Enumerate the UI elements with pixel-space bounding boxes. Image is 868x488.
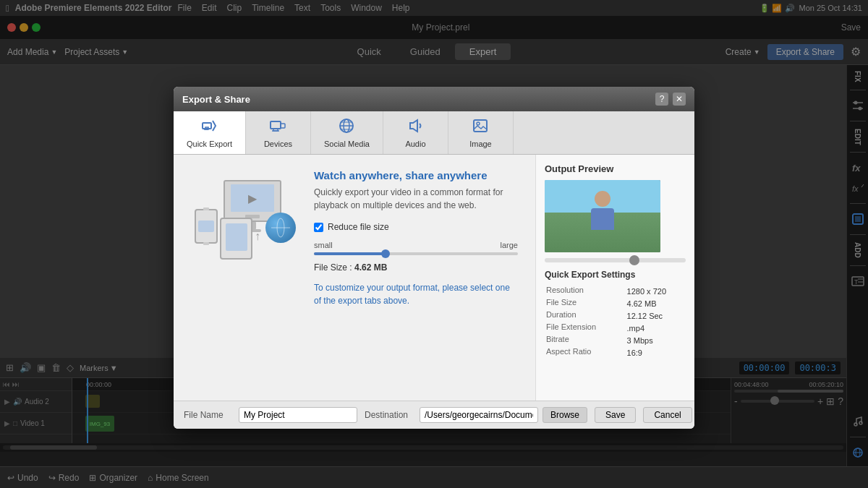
quick-export-tab-icon xyxy=(200,117,218,138)
quick-export-settings-title: Quick Export Settings xyxy=(545,270,686,280)
modal-overlay: Export & Share ? ✕ Quick Export Devices xyxy=(0,0,868,488)
svg-marker-30 xyxy=(410,120,417,132)
modal-title: Export & Share xyxy=(182,94,250,105)
modal-body: ▶ xyxy=(174,155,694,401)
table-row: Resolution 1280 x 720 xyxy=(546,286,684,296)
tab-devices[interactable]: Devices xyxy=(246,111,311,154)
filename-input[interactable] xyxy=(239,407,357,423)
social-media-tab-label: Social Media xyxy=(324,140,370,148)
image-tab-label: Image xyxy=(469,140,492,148)
svg-rect-31 xyxy=(474,120,487,132)
bitrate-key: Bitrate xyxy=(546,335,626,346)
watch-shape xyxy=(195,209,218,244)
file-ext-value: .mp4 xyxy=(627,322,684,333)
resolution-value: 1280 x 720 xyxy=(627,286,684,296)
cancel-button[interactable]: Cancel xyxy=(643,407,692,423)
tab-social-media[interactable]: Social Media xyxy=(311,111,383,154)
quick-export-illustration: ▶ xyxy=(191,169,299,263)
tab-audio[interactable]: Audio xyxy=(383,111,448,154)
table-row: Aspect Ratio 16:9 xyxy=(546,347,684,358)
modal-main-content: ▶ xyxy=(174,155,535,401)
filesize-value: 4.62 MB xyxy=(627,298,684,309)
tab-quick-export[interactable]: Quick Export xyxy=(174,111,246,154)
upload-arrow: ↑ xyxy=(255,230,260,243)
preview-slider-handle[interactable] xyxy=(629,255,639,265)
svg-rect-21 xyxy=(271,121,281,129)
bitrate-value: 3 Mbps xyxy=(627,335,684,346)
modal-close-button[interactable]: ✕ xyxy=(673,93,686,106)
reduce-filesize-row[interactable]: Reduce file size xyxy=(314,222,518,232)
browse-button[interactable]: Browse xyxy=(542,407,587,423)
modal-header: Export & Share ? ✕ xyxy=(174,87,694,111)
quick-export-tab-label: Quick Export xyxy=(187,140,232,148)
export-share-modal: Export & Share ? ✕ Quick Export Devices xyxy=(174,87,694,429)
slider-thumb[interactable] xyxy=(381,249,390,258)
reduce-filesize-checkbox[interactable] xyxy=(314,223,323,232)
quality-slider-track[interactable] xyxy=(314,252,518,255)
tablet-shape xyxy=(220,218,252,260)
reduce-filesize-label[interactable]: Reduce file size xyxy=(328,222,389,232)
duration-value: 12.12 Sec xyxy=(627,310,684,321)
modal-controls[interactable]: ? ✕ xyxy=(655,93,686,106)
customize-text: To customize your output format, please … xyxy=(314,281,518,307)
aspect-key: Aspect Ratio xyxy=(546,347,626,358)
aspect-value: 16:9 xyxy=(627,347,684,358)
globe-shape xyxy=(265,213,296,243)
table-row: File Size 4.62 MB xyxy=(546,298,684,309)
destination-label: Destination xyxy=(365,410,415,420)
slider-large-label: large xyxy=(501,241,518,249)
svg-point-32 xyxy=(477,122,480,125)
filename-group: File Name xyxy=(184,407,357,423)
svg-rect-18 xyxy=(203,123,211,129)
tab-image[interactable]: Image xyxy=(448,111,514,154)
modal-tabs: Quick Export Devices Social Media Audio xyxy=(174,111,694,155)
devices-tab-icon xyxy=(269,117,286,138)
social-media-tab-icon xyxy=(338,117,355,138)
modal-footer: File Name Destination Browse Save Cancel xyxy=(174,401,694,429)
table-row: File Extension .mp4 xyxy=(546,322,684,333)
audio-tab-icon xyxy=(407,117,424,138)
filesize-key: File Size xyxy=(546,298,626,309)
duration-key: Duration xyxy=(546,310,626,321)
output-preview-title: Output Preview xyxy=(545,163,686,174)
preview-image xyxy=(545,180,660,252)
watch-anywhere-heading: Watch anywhere, share anywhere xyxy=(314,169,518,181)
filename-label: File Name xyxy=(184,410,234,420)
settings-table: Resolution 1280 x 720 File Size 4.62 MB … xyxy=(545,284,686,359)
slider-small-label: small xyxy=(314,241,333,249)
quick-export-text: Watch anywhere, share anywhere Quickly e… xyxy=(314,169,518,307)
modal-help-button[interactable]: ? xyxy=(655,93,668,106)
destination-group: Destination Browse xyxy=(365,407,587,423)
file-ext-key: File Extension xyxy=(546,322,626,333)
devices-tab-label: Devices xyxy=(264,140,292,148)
resolution-key: Resolution xyxy=(546,286,626,296)
quality-slider-container[interactable]: small large xyxy=(314,241,518,255)
watch-anywhere-desc: Quickly export your video in a common fo… xyxy=(314,186,518,212)
table-row: Bitrate 3 Mbps xyxy=(546,335,684,346)
save-button[interactable]: Save xyxy=(595,407,636,423)
audio-tab-label: Audio xyxy=(405,140,425,148)
slider-fill xyxy=(314,252,386,255)
file-size-display: File Size : 4.62 MB xyxy=(314,262,518,273)
image-tab-icon xyxy=(472,117,489,138)
output-preview-panel: Output Preview Quick Export xyxy=(535,155,694,401)
preview-position-slider[interactable] xyxy=(545,258,686,262)
destination-input[interactable] xyxy=(420,407,538,423)
table-row: Duration 12.12 Sec xyxy=(546,310,684,321)
